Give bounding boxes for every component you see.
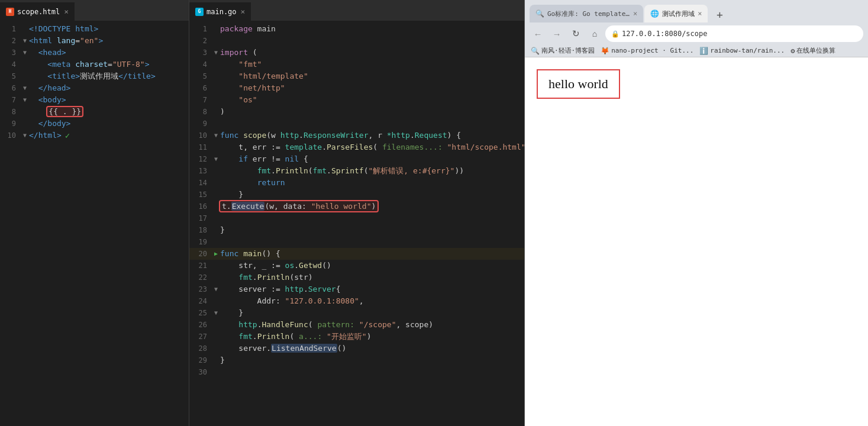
browser-tab-go-stdlib[interactable]: 🔍 Go标准库: Go template用法详... ×	[530, 5, 643, 22]
line-content	[220, 35, 225, 47]
browser-reload-button[interactable]: ↻	[567, 25, 584, 42]
code-line: 26 http.HandleFunc( pattern: "/scope", s…	[189, 319, 524, 331]
code-line: 13 fmt.Println(fmt.Sprintf("解析错误, e:#{er…	[189, 165, 524, 177]
line-content: t, err := template.ParseFiles( filenames…	[220, 141, 524, 153]
tab-scope-html[interactable]: H scope.html ×	[0, 2, 75, 21]
line-number: 1	[0, 23, 21, 35]
line-number: 20	[189, 248, 212, 260]
browser-address-bar[interactable]: 🔒 127.0.0.1:8080/scope	[605, 25, 863, 42]
bookmark-nano-label: nano-project · Git...	[611, 47, 693, 54]
code-line: 10 ▼ </html> ✓	[0, 130, 189, 141]
tab-main-go-label: main.go	[206, 8, 237, 16]
code-line: 4 <meta charset="UTF-8">	[0, 59, 189, 70]
right-code-area: 1 package main 2 3 ▼ import ( 4 "fmt"	[189, 21, 524, 426]
browser-tab-scope[interactable]: 🌐 测试作用域 ×	[644, 5, 708, 22]
line-number: 8	[189, 106, 212, 118]
line-content	[220, 212, 225, 224]
tab-main-go[interactable]: G main.go ×	[189, 2, 251, 21]
fold-icon: ▼	[212, 130, 220, 141]
line-number: 29	[189, 354, 212, 366]
line-content: }	[220, 189, 243, 201]
address-url: 127.0.0.1:8080/scope	[622, 30, 857, 38]
bookmark-converter-label: 在线单位换算	[796, 46, 835, 55]
bookmark-converter-icon: ⚙️	[790, 47, 795, 55]
line-number: 19	[189, 236, 212, 248]
code-line: 9	[189, 118, 524, 130]
code-line: 23 ▼ server := http.Server{	[189, 283, 524, 295]
line-content: </head>	[29, 82, 70, 94]
code-line: 21 str, _ := os.Getwd()	[189, 260, 524, 272]
code-line: 28 server.ListenAndServe()	[189, 343, 524, 354]
fold-icon: ▼	[212, 47, 220, 59]
code-line: 27 fmt.Println( a...: "开始监听")	[189, 331, 524, 343]
line-content	[220, 366, 225, 378]
code-line-highlighted: 8 {{ . }}	[0, 106, 189, 118]
browser-forward-button[interactable]: →	[548, 25, 565, 42]
left-tab-bar: H scope.html ×	[0, 0, 189, 21]
line-number: 14	[189, 177, 212, 189]
browser-back-button[interactable]: ←	[530, 25, 546, 42]
line-number: 9	[0, 118, 21, 130]
right-tab-bar: G main.go ×	[189, 0, 524, 21]
browser-add-tab-button[interactable]: +	[711, 6, 728, 22]
line-content: }	[220, 224, 225, 236]
left-editor-panel: H scope.html × 1 <!DOCTYPE html> 2 ▼ <ht…	[0, 0, 189, 426]
bookmark-converter[interactable]: ⚙️ 在线单位换算	[790, 46, 835, 55]
line-content: fmt.Println(str)	[220, 272, 313, 283]
line-content: <title>测试作用域</title>	[29, 70, 156, 82]
fold-icon: ▼	[21, 94, 29, 106]
line-content: http.HandleFunc( pattern: "/scope", scop…	[220, 319, 433, 331]
code-line: 7 "os"	[189, 94, 524, 106]
line-number: 18	[189, 224, 212, 236]
code-line: 1 package main	[189, 23, 524, 35]
hello-world-text: hello world	[548, 76, 608, 91]
line-number: 7	[0, 94, 21, 106]
hello-world-box: hello world	[537, 69, 620, 99]
home-icon: ⌂	[592, 29, 597, 38]
line-content: "net/http"	[220, 82, 285, 94]
browser-tab-scope-label: 测试作用域	[662, 9, 695, 18]
bookmark-rainbow[interactable]: ℹ️ rainbow-tan/rain...	[699, 47, 785, 55]
line-number: 2	[0, 35, 21, 47]
plus-icon: +	[717, 8, 723, 21]
browser-tab-go-icon: 🔍	[535, 9, 544, 18]
code-line: 11 t, err := template.ParseFiles( filena…	[189, 141, 524, 153]
browser-tab-go-close[interactable]: ×	[633, 9, 637, 18]
tab-main-go-close[interactable]: ×	[241, 7, 246, 16]
code-line: 1 <!DOCTYPE html>	[0, 23, 189, 35]
line-number: 17	[189, 212, 212, 224]
line-number: 8	[0, 106, 21, 118]
tab-scope-html-label: scope.html	[17, 8, 60, 16]
line-number: 24	[189, 295, 212, 307]
line-content: server := http.Server{	[220, 283, 341, 295]
line-content: return	[220, 177, 285, 189]
code-line: 4 "fmt"	[189, 59, 524, 70]
browser-tab-scope-close[interactable]: ×	[698, 9, 702, 18]
line-number: 9	[189, 118, 212, 130]
code-line: 6 ▼ </head>	[0, 82, 189, 94]
browser-home-button[interactable]: ⌂	[586, 25, 603, 42]
line-number: 30	[189, 366, 212, 378]
browser-content: hello world	[525, 57, 868, 426]
line-content: func main() {	[220, 248, 280, 260]
code-line: 18 }	[189, 224, 524, 236]
browser-tab-scope-icon: 🌐	[650, 9, 659, 18]
line-content: server.ListenAndServe()	[220, 343, 346, 354]
line-content: </body>	[29, 118, 70, 130]
bookmark-nanfeng-icon: 🔍	[531, 47, 540, 55]
code-line: 9 </body>	[0, 118, 189, 130]
code-line: 5 "html/template"	[189, 70, 524, 82]
line-content: <!DOCTYPE html>	[29, 23, 98, 35]
bookmark-nanfeng[interactable]: 🔍 南风·轻语·博客园	[531, 46, 595, 55]
bookmark-nano[interactable]: 🦊 nano-project · Git...	[601, 47, 693, 55]
go-file-icon: G	[195, 8, 204, 16]
code-line: 3 ▼ <head>	[0, 47, 189, 59]
line-content: "html/template"	[220, 70, 308, 82]
code-line: 7 ▼ <body>	[0, 94, 189, 106]
line-number: 5	[0, 70, 21, 82]
tab-scope-html-close[interactable]: ×	[64, 7, 69, 16]
code-line: 2	[189, 35, 524, 47]
code-line: 19	[189, 236, 524, 248]
line-number: 15	[189, 189, 212, 201]
code-line: 12 ▼ if err != nil {	[189, 153, 524, 165]
